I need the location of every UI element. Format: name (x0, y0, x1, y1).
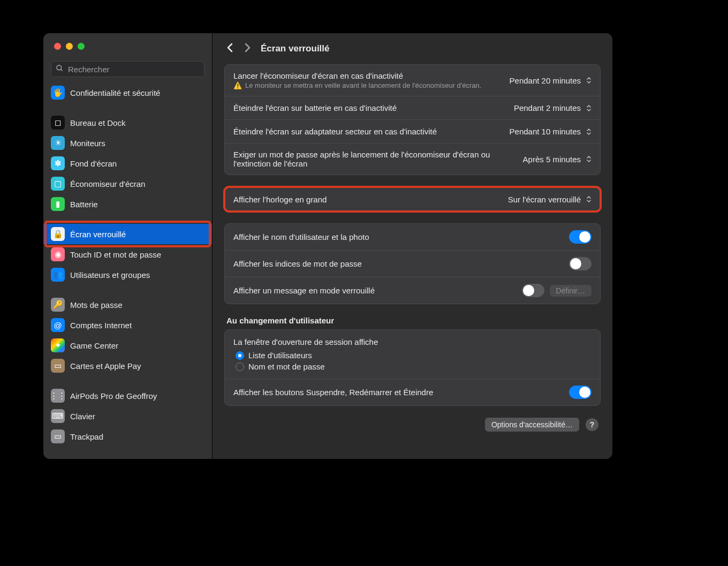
close-window-button[interactable] (54, 43, 61, 50)
setting-title: Afficher les boutons Suspendre, Redémarr… (233, 388, 560, 397)
sidebar-item-icon: 🔑 (51, 298, 65, 312)
radio-option[interactable]: Nom et mot de passe (233, 361, 592, 372)
radio-label: Liste d'utilisateurs (248, 351, 312, 360)
window-controls (43, 33, 212, 55)
sidebar-item-icon: ▮ (51, 197, 65, 211)
sidebar-item-icon: ✽ (51, 156, 65, 170)
page-title: Écran verrouillé (261, 43, 330, 54)
setting-row: Afficher le nom d'utilisateur et la phot… (225, 224, 600, 250)
sidebar-item[interactable]: 🔑Mots de passe (43, 295, 212, 315)
chevron-updown-icon (586, 195, 592, 203)
sidebar-item[interactable]: ✦Game Center (43, 335, 212, 356)
popup-button[interactable]: Pendant 20 minutes (510, 76, 592, 85)
popup-button[interactable]: Pendant 10 minutes (510, 127, 592, 136)
sidebar-item[interactable]: ◻Bureau et Dock (43, 112, 212, 133)
setting-title: Afficher les indices de mot de passe (233, 259, 560, 268)
sidebar-item-label: Bureau et Dock (70, 118, 125, 127)
login-window-radio-group: La fenêtre d'ouverture de session affich… (225, 330, 600, 379)
sidebar-item[interactable]: ▭Cartes et Apple Pay (43, 356, 212, 376)
setting-row: Exiger un mot de passe après le lancemen… (225, 143, 600, 175)
sidebar-item[interactable]: 🔒Écran verrouillé (43, 224, 212, 244)
toggle-switch[interactable] (569, 386, 592, 399)
setting-title: Éteindre l'écran sur adaptateur secteur … (233, 127, 501, 136)
define-button: Définir… (550, 285, 592, 297)
radio-bullet (236, 363, 244, 371)
popup-button[interactable]: Pendant 2 minutes (514, 103, 592, 112)
toggle-switch[interactable] (522, 284, 544, 297)
content-area: Écran verrouillé Lancer l'économiseur d'… (213, 33, 612, 459)
nav-forward-button[interactable] (242, 43, 253, 55)
search-input[interactable] (67, 64, 200, 74)
sidebar-item-label: Moniteurs (70, 139, 105, 148)
sidebar-item[interactable]: 🖐Confidentialité et sécurité (43, 82, 212, 103)
sidebar-item-label: Utilisateurs et groupes (70, 270, 150, 280)
setting-title: Exiger un mot de passe après le lancemen… (233, 150, 514, 168)
nav-back-button[interactable] (224, 43, 235, 55)
sidebar-item[interactable]: 👥Utilisateurs et groupes (43, 265, 212, 285)
help-button[interactable]: ? (586, 418, 598, 431)
minimize-window-button[interactable] (66, 43, 73, 50)
chevron-updown-icon (586, 155, 592, 163)
user-switch-heading: Au changement d'utilisateur (226, 316, 598, 325)
sidebar-item[interactable]: ✽Fond d'écran (43, 153, 212, 173)
sidebar-item[interactable]: ▢Économiseur d'écran (43, 173, 212, 194)
setting-title: Éteindre l'écran sur batterie en cas d'i… (233, 103, 505, 112)
sidebar-item-icon: 🔒 (51, 227, 65, 241)
topbar: Écran verrouillé (213, 33, 612, 64)
setting-row: Afficher les indices de mot de passe (225, 250, 600, 277)
sidebar-item-label: Comptes Internet (70, 321, 132, 330)
setting-title: Afficher l'horloge en grand (233, 195, 499, 204)
sidebar-item-icon: ▭ (51, 429, 65, 443)
setting-row: Lancer l'économiseur d'écran en cas d'in… (225, 65, 600, 96)
setting-row: Afficher les boutons Suspendre, Redémarr… (225, 379, 600, 405)
large-clock-panel: Afficher l'horloge en grandSur l'écran v… (224, 187, 601, 212)
search-field[interactable] (51, 61, 204, 77)
warning-icon: ⚠️ (233, 81, 242, 89)
sidebar-item[interactable]: ▮Batterie (43, 194, 212, 214)
content-scroll[interactable]: Lancer l'économiseur d'écran en cas d'in… (213, 64, 612, 443)
sidebar-item[interactable]: ⋮⋮AirPods Pro de Geoffroy (43, 386, 212, 406)
sidebar: 🖐Confidentialité et sécurité◻Bureau et D… (43, 33, 213, 459)
accessibility-options-button[interactable]: Options d'accessibilité… (485, 418, 579, 432)
sidebar-item-label: Économiseur d'écran (70, 179, 145, 188)
sidebar-item[interactable]: ▭Trackpad (43, 426, 212, 447)
radio-option[interactable]: Liste d'utilisateurs (233, 350, 592, 361)
sidebar-item[interactable]: ⌨Clavier (43, 406, 212, 426)
sidebar-item-label: Fond d'écran (70, 159, 117, 168)
sidebar-item-label: Batterie (70, 200, 98, 209)
sidebar-item[interactable]: @Comptes Internet (43, 315, 212, 335)
sidebar-item-label: Touch ID et mot de passe (70, 250, 161, 259)
setting-title: Lancer l'économiseur d'écran en cas d'in… (233, 71, 501, 80)
sidebar-item-label: Cartes et Apple Pay (70, 361, 141, 371)
sidebar-item-label: Clavier (70, 412, 95, 421)
sidebar-item-icon: 🖐 (51, 86, 65, 100)
sidebar-item-label: Trackpad (70, 432, 103, 441)
sidebar-item-icon: 👥 (51, 268, 65, 282)
toggle-switch[interactable] (569, 257, 592, 270)
setting-sub: ⚠️Le moniteur se mettra en veille avant … (233, 81, 490, 89)
display-options-panel: Afficher le nom d'utilisateur et la phot… (224, 223, 601, 304)
sidebar-item-icon: ◻ (51, 116, 65, 130)
popup-button[interactable]: Sur l'écran verrouillé (508, 195, 592, 204)
setting-row: Afficher un message en mode verrouilléDé… (225, 277, 600, 304)
sidebar-item-icon: ⌨ (51, 409, 65, 423)
radio-bullet (236, 351, 244, 360)
sidebar-item[interactable]: ☀Moniteurs (43, 133, 212, 153)
sidebar-item-label: AirPods Pro de Geoffroy (70, 391, 157, 401)
sidebar-item-icon: ⋮⋮ (51, 389, 65, 403)
sidebar-item-icon: ▢ (51, 177, 65, 191)
sidebar-list: 🖐Confidentialité et sécurité◻Bureau et D… (43, 80, 212, 451)
radio-group-title: La fenêtre d'ouverture de session affich… (233, 337, 592, 346)
svg-line-1 (60, 69, 62, 71)
sidebar-item[interactable]: ◉Touch ID et mot de passe (43, 244, 212, 265)
setting-row: Éteindre l'écran sur adaptateur secteur … (225, 119, 600, 143)
sidebar-item-label: Écran verrouillé (70, 230, 126, 239)
toggle-switch[interactable] (569, 230, 592, 244)
chevron-updown-icon (586, 104, 592, 112)
sidebar-item-icon: ✦ (51, 338, 65, 352)
screensaver-panel: Lancer l'économiseur d'écran en cas d'in… (224, 64, 601, 175)
sidebar-item-icon: @ (51, 318, 65, 332)
zoom-window-button[interactable] (78, 43, 85, 50)
search-icon (56, 64, 64, 74)
popup-button[interactable]: Après 5 minutes (523, 155, 592, 164)
